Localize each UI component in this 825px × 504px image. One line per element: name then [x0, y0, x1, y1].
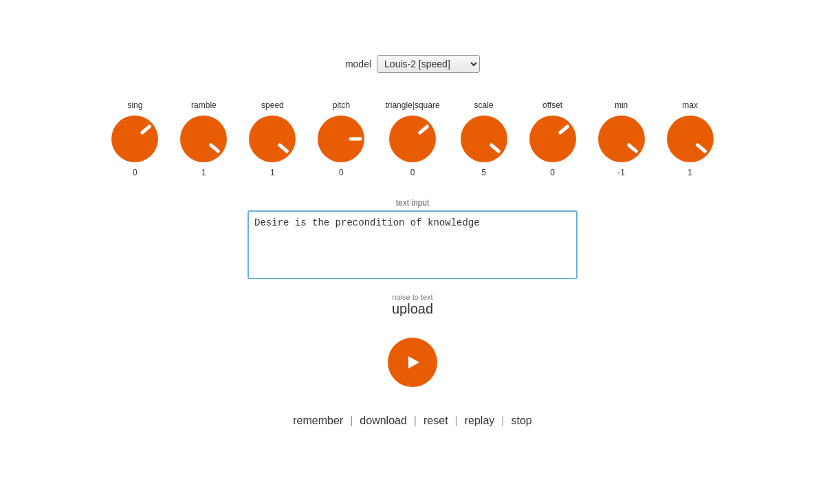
knob-value-offset: 0 [550, 168, 555, 177]
knob-label-triangle-square: triangle|square [385, 100, 439, 110]
knob-ramble: ramble1 [179, 100, 228, 177]
svg-point-0 [111, 116, 158, 162]
svg-point-2 [180, 116, 227, 162]
knob-scale: scale5 [459, 100, 509, 177]
knob-speed: speed1 [248, 100, 297, 177]
knob-svg-min[interactable] [597, 114, 646, 164]
knob-value-max: 1 [688, 168, 692, 177]
knob-svg-speed[interactable] [248, 114, 297, 164]
knob-svg-offset[interactable] [528, 114, 578, 164]
knob-label-scale: scale [474, 100, 494, 110]
reset-link[interactable]: reset [424, 415, 448, 427]
knob-label-max: max [682, 100, 698, 110]
sep4: | [501, 415, 504, 427]
knob-value-speed: 1 [270, 168, 275, 177]
sep1: | [350, 415, 353, 427]
knob-svg-pitch[interactable] [316, 114, 366, 164]
knob-max: max1 [666, 100, 715, 177]
knob-value-pitch: 0 [339, 168, 344, 177]
knob-value-triangle-square: 0 [410, 168, 415, 177]
text-input-section: text input [248, 198, 578, 279]
download-link[interactable]: download [360, 415, 407, 427]
sep2: | [414, 415, 417, 427]
knob-value-min: -1 [617, 168, 625, 177]
knob-svg-triangle-square[interactable] [388, 114, 437, 164]
remember-link[interactable]: remember [293, 415, 343, 427]
knob-label-offset: offset [542, 100, 562, 110]
knob-min: min-1 [597, 100, 646, 177]
knob-svg-sing[interactable] [110, 114, 160, 164]
knob-svg-scale[interactable] [459, 114, 509, 164]
svg-point-16 [667, 116, 714, 162]
knob-svg-max[interactable] [666, 114, 715, 164]
svg-point-4 [249, 116, 296, 162]
knob-label-min: min [615, 100, 628, 110]
knob-sing: sing0 [110, 100, 160, 177]
upload-section: noise to text upload [392, 293, 433, 317]
knobs-row: sing0ramble1speed1pitch0triangle|square0… [110, 100, 714, 177]
knob-label-speed: speed [261, 100, 284, 110]
model-label: model [345, 58, 371, 69]
svg-point-14 [598, 116, 645, 162]
knob-offset: offset0 [528, 100, 578, 177]
knob-value-scale: 5 [481, 168, 486, 177]
knob-label-ramble: ramble [191, 100, 217, 110]
knob-value-ramble: 1 [201, 168, 206, 177]
controls-row: remember | download | reset | replay | s… [293, 415, 531, 427]
upload-link[interactable]: upload [392, 301, 433, 317]
model-row: model Louis-2 [speed] Louis-2 Louis-1 [345, 55, 480, 73]
text-input-label: text input [396, 198, 430, 208]
stop-link[interactable]: stop [511, 415, 531, 427]
knob-pitch: pitch0 [316, 100, 366, 177]
knob-svg-ramble[interactable] [179, 114, 228, 164]
knob-triangle-square: triangle|square0 [385, 100, 439, 177]
upload-sublabel: noise to text [392, 293, 432, 301]
model-select[interactable]: Louis-2 [speed] Louis-2 Louis-1 [377, 55, 480, 73]
svg-point-12 [529, 116, 576, 162]
text-input-area[interactable] [248, 210, 578, 279]
replay-link[interactable]: replay [465, 415, 495, 427]
svg-point-10 [461, 116, 507, 162]
knob-label-pitch: pitch [333, 100, 350, 110]
svg-marker-18 [408, 356, 419, 369]
knob-value-sing: 0 [133, 168, 138, 177]
sep3: | [455, 415, 458, 427]
svg-point-8 [389, 116, 436, 162]
play-button[interactable] [388, 338, 437, 387]
knob-label-sing: sing [127, 100, 142, 110]
